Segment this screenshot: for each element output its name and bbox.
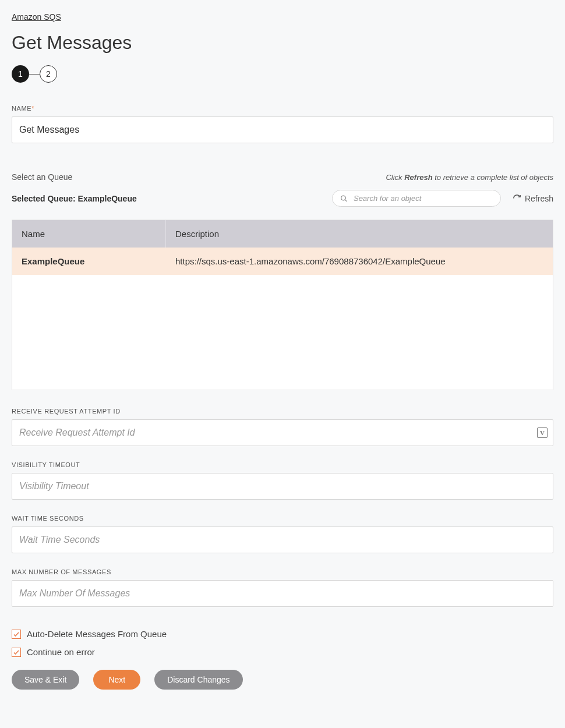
selected-queue-label: Selected Queue: ExampleQueue <box>12 194 137 203</box>
wait-label: WAIT TIME SECONDS <box>12 515 553 522</box>
discard-button[interactable]: Discard Changes <box>154 670 242 690</box>
visibility-input[interactable] <box>12 473 553 500</box>
continue-error-checkbox[interactable]: Continue on error <box>12 647 553 657</box>
refresh-icon <box>513 194 521 203</box>
page-title: Get Messages <box>12 32 553 54</box>
breadcrumb-link[interactable]: Amazon SQS <box>12 12 61 22</box>
step-2[interactable]: 2 <box>40 65 57 83</box>
table-row[interactable]: ExampleQueue https://sqs.us-east-1.amazo… <box>12 248 553 275</box>
select-queue-label: Select an Queue <box>12 172 72 182</box>
stepper: 1 2 <box>12 65 553 83</box>
search-input[interactable] <box>332 190 501 207</box>
save-exit-button[interactable]: Save & Exit <box>12 670 79 690</box>
wait-input[interactable] <box>12 526 553 553</box>
th-description[interactable]: Description <box>166 220 553 248</box>
refresh-hint: Click Refresh to retrieve a complete lis… <box>386 173 553 182</box>
variable-icon[interactable]: V <box>537 427 548 438</box>
checkbox-box <box>12 630 21 639</box>
svg-line-1 <box>345 199 347 201</box>
table-header: Name Description <box>12 220 553 248</box>
auto-delete-label: Auto-Delete Messages From Queue <box>27 629 167 639</box>
receive-id-input[interactable] <box>12 419 553 446</box>
search-icon <box>340 195 348 202</box>
max-label: MAX NUMBER OF MESSAGES <box>12 568 553 575</box>
max-input[interactable] <box>12 580 553 607</box>
checkbox-box <box>12 648 21 657</box>
queue-table: Name Description ExampleQueue https://sq… <box>12 220 553 390</box>
refresh-label: Refresh <box>525 194 553 203</box>
cell-name: ExampleQueue <box>12 248 166 275</box>
th-name[interactable]: Name <box>12 220 166 248</box>
name-input[interactable] <box>12 116 553 143</box>
receive-id-label: RECEIVE REQUEST ATTEMPT ID <box>12 408 553 415</box>
checkmark-icon <box>13 649 20 656</box>
refresh-button[interactable]: Refresh <box>513 194 553 203</box>
next-button[interactable]: Next <box>93 670 140 690</box>
visibility-label: VISIBILITY TIMEOUT <box>12 461 553 468</box>
name-label: NAME* <box>12 105 553 112</box>
svg-point-0 <box>341 196 346 200</box>
required-star: * <box>31 105 34 112</box>
auto-delete-checkbox[interactable]: Auto-Delete Messages From Queue <box>12 629 553 639</box>
cell-description: https://sqs.us-east-1.amazonaws.com/7690… <box>166 248 553 275</box>
checkmark-icon <box>13 631 20 638</box>
step-1[interactable]: 1 <box>12 65 29 83</box>
step-connector <box>29 74 40 75</box>
continue-error-label: Continue on error <box>27 647 95 657</box>
